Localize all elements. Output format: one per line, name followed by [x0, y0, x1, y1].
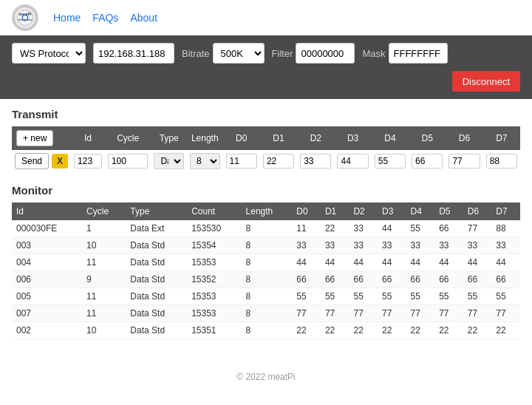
monitor-row: 0069Data Std1535286666666666666666	[12, 271, 520, 288]
monitor-cell-d5: 44	[434, 254, 463, 271]
monitor-cell-d0: 33	[292, 237, 321, 254]
monitor-cell-d1: 22	[321, 220, 349, 237]
transmit-id-input[interactable]	[74, 154, 102, 169]
monitor-cell-d3: 33	[378, 237, 406, 254]
monitor-cell-type: Data Std	[126, 271, 187, 288]
transmit-th-d5: D5	[409, 126, 446, 150]
transmit-length-cell: 8 1234 567	[187, 150, 223, 172]
transmit-length-select[interactable]: 8 1234 567	[190, 153, 220, 169]
monitor-cell-d2: 22	[349, 322, 378, 339]
transmit-title: Transmit	[12, 108, 520, 120]
transmit-cycle-input[interactable]	[108, 154, 149, 169]
transmit-d2-input[interactable]	[300, 154, 331, 169]
monitor-cell-length: 8	[242, 271, 293, 288]
monitor-th-d3: D3	[378, 202, 406, 220]
transmit-d0-input[interactable]	[226, 154, 257, 169]
monitor-cell-d1: 55	[321, 288, 349, 305]
transmit-d3-input[interactable]	[337, 154, 368, 169]
transmit-d3-cell	[334, 150, 371, 172]
transmit-d4-input[interactable]	[375, 154, 406, 169]
logo-image: meatPi electronics	[12, 4, 38, 31]
monitor-cell-cycle: 9	[82, 271, 126, 288]
transmit-d1-input[interactable]	[263, 154, 294, 169]
monitor-cell-d3: 55	[378, 288, 406, 305]
transmit-id-cell	[71, 150, 105, 172]
monitor-th-d0: D0	[292, 202, 321, 220]
monitor-cell-d3: 22	[378, 322, 406, 339]
transmit-d6-input[interactable]	[449, 154, 480, 169]
home-link[interactable]: Home	[53, 12, 81, 24]
monitor-cell-d0: 44	[292, 254, 321, 271]
transmit-d2-cell	[297, 150, 334, 172]
monitor-cell-cycle: 10	[82, 322, 126, 339]
monitor-cell-d7: 22	[491, 322, 520, 339]
monitor-cell-cycle: 11	[82, 305, 126, 322]
monitor-cell-d1: 44	[321, 254, 349, 271]
transmit-d7-input[interactable]	[486, 154, 517, 169]
monitor-row: 00511Data Std1535385555555555555555	[12, 288, 520, 305]
monitor-th-d1: D1	[321, 202, 349, 220]
send-button[interactable]: Send	[15, 153, 49, 169]
monitor-th-id: Id	[12, 202, 82, 220]
monitor-cell-cycle: 11	[82, 254, 126, 271]
monitor-cell-id: 007	[12, 305, 82, 322]
monitor-cell-d0: 66	[292, 271, 321, 288]
main-content: Transmit + new Id Cycle Type Length D0 D…	[0, 99, 532, 348]
filter-input[interactable]	[296, 43, 355, 64]
transmit-d5-input[interactable]	[412, 154, 443, 169]
monitor-cell-d3: 44	[378, 254, 406, 271]
monitor-cell-d2: 33	[349, 237, 378, 254]
transmit-d7-cell	[483, 150, 520, 172]
monitor-th-cycle: Cycle	[82, 202, 126, 220]
monitor-cell-d0: 77	[292, 305, 321, 322]
monitor-cell-d5: 66	[434, 220, 463, 237]
monitor-row: 00411Data Std1535384444444444444444	[12, 254, 520, 271]
footer: © 2022 meatPi	[0, 363, 532, 391]
transmit-table: + new Id Cycle Type Length D0 D1 D2 D3 D…	[12, 126, 520, 172]
monitor-cell-d4: 55	[406, 288, 435, 305]
monitor-cell-id: 004	[12, 254, 82, 271]
about-link[interactable]: About	[130, 12, 157, 24]
monitor-cell-d1: 77	[321, 305, 349, 322]
monitor-cell-type: Data Std	[126, 322, 187, 339]
monitor-cell-d5: 33	[434, 237, 463, 254]
protocol-select[interactable]: WS Protocol Serial	[12, 43, 86, 64]
monitor-cell-d1: 22	[321, 322, 349, 339]
monitor-cell-d7: 88	[491, 220, 520, 237]
transmit-th-d0: D0	[223, 126, 260, 150]
navbar: meatPi electronics Home FAQs About	[0, 0, 532, 35]
monitor-cell-d2: 33	[349, 220, 378, 237]
disconnect-button[interactable]: Disconnect	[452, 71, 520, 92]
monitor-cell-d2: 55	[349, 288, 378, 305]
monitor-cell-d6: 66	[463, 271, 492, 288]
transmit-section: Transmit + new Id Cycle Type Length D0 D…	[12, 108, 520, 172]
new-button[interactable]: + new	[16, 130, 53, 146]
monitor-cell-cycle: 1	[82, 220, 126, 237]
transmit-th-d3: D3	[334, 126, 371, 150]
monitor-cell-d7: 55	[491, 288, 520, 305]
ip-input[interactable]	[93, 43, 174, 64]
monitor-cell-count: 15353	[187, 288, 241, 305]
monitor-row: 00711Data Std1535387777777777777777	[12, 305, 520, 322]
monitor-cell-d7: 33	[491, 237, 520, 254]
monitor-cell-d7: 77	[491, 305, 520, 322]
monitor-cell-d3: 77	[378, 305, 406, 322]
monitor-cell-d5: 66	[434, 271, 463, 288]
bitrate-select[interactable]: 500K 250K 125K 1M	[213, 43, 265, 64]
monitor-title: Monitor	[12, 184, 520, 197]
monitor-th-d5: D5	[434, 202, 463, 220]
monitor-cell-length: 8	[242, 322, 293, 339]
monitor-row: 00310Data Std1535483333333333333333	[12, 237, 520, 254]
transmit-th-cycle: Cycle	[105, 126, 151, 150]
transmit-type-select[interactable]: Data St... Data Ext Remote Std	[154, 153, 183, 169]
monitor-cell-type: Data Std	[126, 254, 187, 271]
monitor-cell-d6: 44	[463, 254, 492, 271]
monitor-cell-d2: 66	[349, 271, 378, 288]
transmit-d6-cell	[446, 150, 482, 172]
monitor-cell-d5: 22	[434, 322, 463, 339]
mask-input[interactable]	[389, 43, 448, 64]
monitor-cell-d0: 11	[292, 220, 321, 237]
x-button[interactable]: X	[52, 154, 68, 169]
transmit-th-new: + new	[12, 126, 71, 150]
faqs-link[interactable]: FAQs	[92, 12, 118, 24]
